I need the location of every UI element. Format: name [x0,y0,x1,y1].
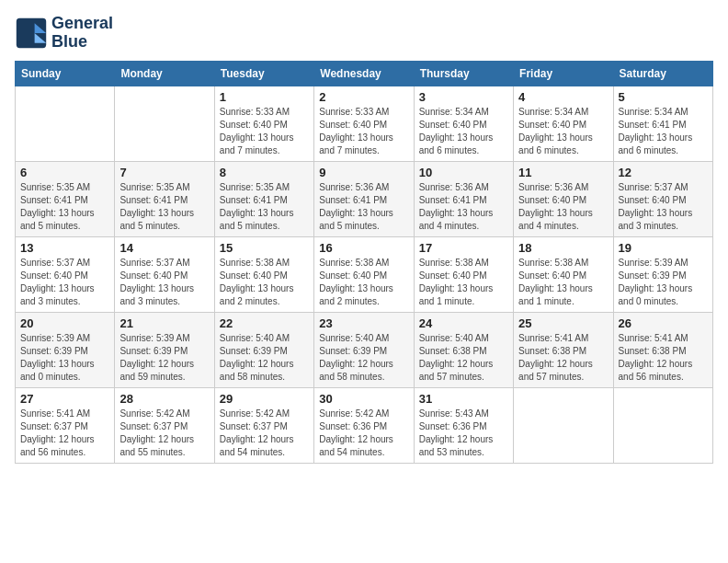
calendar-header-tuesday: Tuesday [214,61,313,86]
day-number: 19 [619,241,708,255]
day-info: Sunrise: 5:42 AM Sunset: 6:37 PM Dayligh… [119,408,209,459]
day-info: Sunrise: 5:38 AM Sunset: 6:40 PM Dayligh… [220,257,309,308]
calendar-cell: 14Sunrise: 5:37 AM Sunset: 6:40 PM Dayli… [115,236,214,312]
day-info: Sunrise: 5:42 AM Sunset: 6:37 PM Dayligh… [220,408,309,459]
logo: General Blue [15,15,113,52]
calendar-cell [115,86,214,161]
day-number: 26 [619,316,708,330]
day-number: 20 [20,316,109,330]
day-info: Sunrise: 5:38 AM Sunset: 6:40 PM Dayligh… [518,257,608,308]
calendar-cell [514,387,613,463]
calendar-cell [16,86,115,161]
day-number: 24 [419,316,508,330]
day-info: Sunrise: 5:42 AM Sunset: 6:36 PM Dayligh… [319,408,408,459]
calendar-cell: 10Sunrise: 5:36 AM Sunset: 6:41 PM Dayli… [414,161,513,236]
day-number: 11 [518,166,608,179]
day-info: Sunrise: 5:34 AM Sunset: 6:40 PM Dayligh… [419,106,508,157]
calendar-header-sunday: Sunday [16,61,115,86]
calendar-cell: 9Sunrise: 5:36 AM Sunset: 6:41 PM Daylig… [314,161,414,236]
day-info: Sunrise: 5:39 AM Sunset: 6:39 PM Dayligh… [20,332,109,384]
day-number: 3 [419,90,508,104]
calendar-cell: 29Sunrise: 5:42 AM Sunset: 6:37 PM Dayli… [214,387,313,463]
calendar-cell: 30Sunrise: 5:42 AM Sunset: 6:36 PM Dayli… [314,387,414,463]
day-number: 21 [119,316,209,330]
calendar-cell: 16Sunrise: 5:38 AM Sunset: 6:40 PM Dayli… [314,236,414,312]
calendar-header-wednesday: Wednesday [314,61,414,86]
calendar-cell: 13Sunrise: 5:37 AM Sunset: 6:40 PM Dayli… [16,236,115,312]
day-info: Sunrise: 5:35 AM Sunset: 6:41 PM Dayligh… [220,181,309,233]
calendar-week-row: 13Sunrise: 5:37 AM Sunset: 6:40 PM Dayli… [16,236,713,312]
day-number: 15 [220,241,309,255]
day-number: 6 [20,166,109,179]
day-info: Sunrise: 5:39 AM Sunset: 6:39 PM Dayligh… [619,257,708,308]
calendar-cell: 19Sunrise: 5:39 AM Sunset: 6:39 PM Dayli… [613,236,712,312]
calendar-cell: 27Sunrise: 5:41 AM Sunset: 6:37 PM Dayli… [16,387,115,463]
day-info: Sunrise: 5:37 AM Sunset: 6:40 PM Dayligh… [119,257,209,308]
calendar-cell: 17Sunrise: 5:38 AM Sunset: 6:40 PM Dayli… [414,236,513,312]
calendar-cell: 22Sunrise: 5:40 AM Sunset: 6:39 PM Dayli… [214,312,313,387]
day-info: Sunrise: 5:36 AM Sunset: 6:40 PM Dayligh… [518,181,608,233]
calendar-cell: 6Sunrise: 5:35 AM Sunset: 6:41 PM Daylig… [16,161,115,236]
day-info: Sunrise: 5:40 AM Sunset: 6:39 PM Dayligh… [319,332,408,384]
calendar-cell: 25Sunrise: 5:41 AM Sunset: 6:38 PM Dayli… [514,312,613,387]
calendar-cell: 5Sunrise: 5:34 AM Sunset: 6:41 PM Daylig… [613,86,712,161]
logo-text: General Blue [51,15,113,52]
day-number: 1 [220,90,309,104]
day-info: Sunrise: 5:41 AM Sunset: 6:38 PM Dayligh… [619,332,708,384]
day-number: 4 [518,90,608,104]
day-number: 29 [220,392,309,406]
calendar-cell: 8Sunrise: 5:35 AM Sunset: 6:41 PM Daylig… [214,161,313,236]
day-number: 2 [319,90,408,104]
calendar-cell: 23Sunrise: 5:40 AM Sunset: 6:39 PM Dayli… [314,312,414,387]
calendar-cell: 2Sunrise: 5:33 AM Sunset: 6:40 PM Daylig… [314,86,414,161]
calendar-cell: 21Sunrise: 5:39 AM Sunset: 6:39 PM Dayli… [115,312,214,387]
day-number: 25 [518,316,608,330]
day-info: Sunrise: 5:40 AM Sunset: 6:39 PM Dayligh… [220,332,309,384]
day-info: Sunrise: 5:34 AM Sunset: 6:41 PM Dayligh… [619,106,708,157]
calendar-week-row: 27Sunrise: 5:41 AM Sunset: 6:37 PM Dayli… [16,387,713,463]
day-info: Sunrise: 5:33 AM Sunset: 6:40 PM Dayligh… [319,106,408,157]
day-number: 12 [619,166,708,179]
day-number: 17 [419,241,508,255]
day-info: Sunrise: 5:37 AM Sunset: 6:40 PM Dayligh… [20,257,109,308]
calendar-cell: 12Sunrise: 5:37 AM Sunset: 6:40 PM Dayli… [613,161,712,236]
day-info: Sunrise: 5:37 AM Sunset: 6:40 PM Dayligh… [619,181,708,233]
calendar-week-row: 20Sunrise: 5:39 AM Sunset: 6:39 PM Dayli… [16,312,713,387]
day-info: Sunrise: 5:40 AM Sunset: 6:38 PM Dayligh… [419,332,508,384]
calendar-header-monday: Monday [115,61,214,86]
calendar-cell: 28Sunrise: 5:42 AM Sunset: 6:37 PM Dayli… [115,387,214,463]
calendar-cell: 11Sunrise: 5:36 AM Sunset: 6:40 PM Dayli… [514,161,613,236]
calendar-header-friday: Friday [514,61,613,86]
calendar-cell: 31Sunrise: 5:43 AM Sunset: 6:36 PM Dayli… [414,387,513,463]
day-info: Sunrise: 5:38 AM Sunset: 6:40 PM Dayligh… [419,257,508,308]
calendar-cell: 7Sunrise: 5:35 AM Sunset: 6:41 PM Daylig… [115,161,214,236]
day-number: 30 [319,392,408,406]
calendar-header-thursday: Thursday [414,61,513,86]
day-info: Sunrise: 5:43 AM Sunset: 6:36 PM Dayligh… [419,408,508,459]
day-info: Sunrise: 5:41 AM Sunset: 6:37 PM Dayligh… [20,408,109,459]
day-number: 31 [419,392,508,406]
day-number: 18 [518,241,608,255]
calendar-cell: 4Sunrise: 5:34 AM Sunset: 6:40 PM Daylig… [514,86,613,161]
logo-icon [15,17,48,50]
calendar-header-saturday: Saturday [613,61,712,86]
calendar-week-row: 6Sunrise: 5:35 AM Sunset: 6:41 PM Daylig… [16,161,713,236]
calendar-cell: 1Sunrise: 5:33 AM Sunset: 6:40 PM Daylig… [214,86,313,161]
day-number: 23 [319,316,408,330]
day-info: Sunrise: 5:36 AM Sunset: 6:41 PM Dayligh… [419,181,508,233]
calendar-cell: 18Sunrise: 5:38 AM Sunset: 6:40 PM Dayli… [514,236,613,312]
page-header: General Blue [15,15,713,52]
day-info: Sunrise: 5:39 AM Sunset: 6:39 PM Dayligh… [119,332,209,384]
day-info: Sunrise: 5:33 AM Sunset: 6:40 PM Dayligh… [220,106,309,157]
day-number: 9 [319,166,408,179]
calendar-header-row: SundayMondayTuesdayWednesdayThursdayFrid… [16,61,713,86]
calendar-cell [613,387,712,463]
day-number: 28 [119,392,209,406]
day-number: 8 [220,166,309,179]
day-info: Sunrise: 5:38 AM Sunset: 6:40 PM Dayligh… [319,257,408,308]
day-number: 10 [419,166,508,179]
day-number: 16 [319,241,408,255]
calendar-table: SundayMondayTuesdayWednesdayThursdayFrid… [15,61,713,464]
day-number: 7 [119,166,209,179]
calendar-week-row: 1Sunrise: 5:33 AM Sunset: 6:40 PM Daylig… [16,86,713,161]
